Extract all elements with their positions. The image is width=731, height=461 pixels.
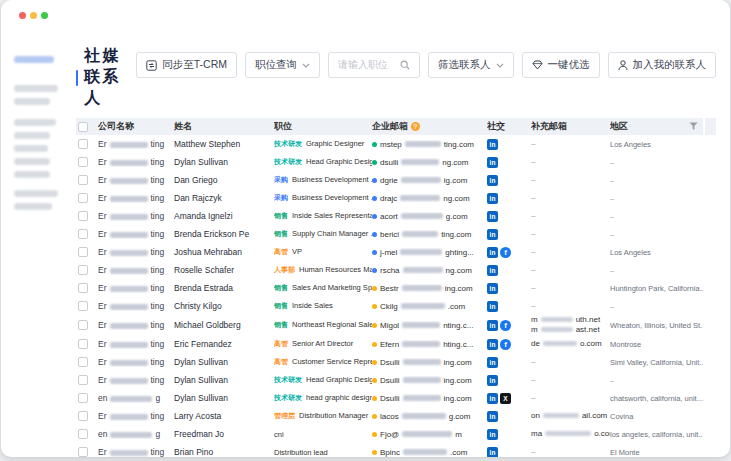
close-window-button[interactable]: [19, 12, 26, 19]
filter-contacts-select[interactable]: 筛选联系人: [428, 52, 514, 78]
position-query-select[interactable]: 职位查询: [245, 52, 320, 78]
row-checkbox[interactable]: [78, 211, 88, 221]
checkbox-cell: [76, 153, 98, 171]
table-row: ErtingJoshua Mehraban高管VPj-melghting...i…: [76, 243, 716, 261]
company-cell: Erting: [98, 339, 174, 349]
email-cell: rschang.com: [372, 266, 487, 275]
row-checkbox[interactable]: [78, 157, 88, 167]
select-all-checkbox[interactable]: [78, 122, 88, 132]
linkedin-icon[interactable]: in: [487, 211, 498, 222]
position-search-input[interactable]: 请输入职位: [328, 52, 420, 78]
sidebar-item[interactable]: [14, 158, 50, 165]
help-icon[interactable]: ?: [411, 122, 420, 131]
supp-email: mao.com: [531, 429, 610, 439]
sync-button-label: 同步至T-CRM: [162, 58, 227, 72]
supp-email: deo.com: [531, 339, 610, 349]
add-to-my-contacts-button[interactable]: 加入我的联系人: [608, 52, 717, 78]
row-checkbox[interactable]: [78, 301, 88, 311]
blurred-text: [110, 323, 148, 329]
linkedin-icon[interactable]: in: [487, 339, 498, 350]
linkedin-icon[interactable]: in: [487, 139, 498, 150]
position-tag: 管理层: [274, 412, 295, 419]
facebook-icon[interactable]: f: [500, 320, 511, 331]
linkedin-icon[interactable]: in: [487, 320, 498, 331]
visible-suffix: ting: [151, 175, 165, 185]
email-cell: dgrieig.com: [372, 176, 487, 185]
visible-prefix: Er: [98, 375, 107, 385]
position-tag: 技术研发: [274, 140, 302, 147]
position-cell: 采购Business Development ...: [274, 193, 372, 203]
row-checkbox[interactable]: [78, 447, 88, 457]
sidebar-item[interactable]: [14, 119, 56, 126]
visible-prefix: acort: [380, 212, 398, 221]
sidebar-item[interactable]: [14, 56, 54, 63]
maximize-window-button[interactable]: [41, 12, 48, 19]
empty-value: –: [531, 247, 535, 256]
linkedin-icon[interactable]: in: [487, 429, 498, 440]
sidebar-item[interactable]: [14, 171, 50, 178]
linkedin-icon[interactable]: in: [487, 301, 498, 312]
row-checkbox[interactable]: [78, 283, 88, 293]
row-checkbox[interactable]: [78, 411, 88, 421]
linkedin-icon[interactable]: in: [487, 157, 498, 168]
region-cell: Los Angeles: [610, 248, 703, 257]
linkedin-icon[interactable]: in: [487, 193, 498, 204]
search-icon[interactable]: [400, 60, 410, 70]
email-status-dot: [372, 178, 377, 183]
sidebar-item[interactable]: [14, 203, 52, 210]
chevron-down-icon: [302, 63, 310, 68]
contact-name: Dylan Sullivan: [174, 393, 274, 403]
linkedin-icon[interactable]: in: [487, 175, 498, 186]
row-checkbox[interactable]: [78, 265, 88, 275]
row-checkbox[interactable]: [78, 393, 88, 403]
linkedin-icon[interactable]: in: [487, 229, 498, 240]
visible-prefix: Er: [98, 211, 107, 221]
visible-prefix: Fjo@: [380, 430, 399, 439]
email: lacosg.com: [380, 412, 470, 421]
visible-prefix: Dsulli: [380, 358, 400, 367]
visible-suffix: o.com: [580, 339, 602, 348]
facebook-icon[interactable]: f: [500, 339, 511, 350]
visible-prefix: Er: [98, 357, 107, 367]
x-icon[interactable]: X: [500, 393, 511, 404]
social-cell: in: [487, 175, 531, 186]
row-checkbox[interactable]: [78, 175, 88, 185]
table-row: ErtingDylan Sullivan技术研发Head Graphic Des…: [76, 153, 716, 171]
minimize-window-button[interactable]: [30, 12, 37, 19]
visible-prefix: ma: [531, 429, 542, 438]
one-click-optimize-button[interactable]: 一键优选: [522, 52, 600, 78]
linkedin-icon[interactable]: in: [487, 283, 498, 294]
sync-to-tcrm-button[interactable]: 同步至T-CRM: [136, 52, 237, 78]
facebook-icon[interactable]: f: [500, 247, 511, 258]
row-checkbox[interactable]: [78, 320, 88, 330]
contact-name: Freedman Jo: [174, 429, 274, 439]
linkedin-icon[interactable]: in: [487, 411, 498, 422]
sidebar-item[interactable]: [14, 85, 58, 92]
email-cell: lacosg.com: [372, 412, 487, 421]
linkedin-icon[interactable]: in: [487, 447, 498, 458]
linkedin-icon[interactable]: in: [487, 265, 498, 276]
row-checkbox[interactable]: [78, 375, 88, 385]
sidebar-item[interactable]: [14, 190, 58, 197]
row-checkbox[interactable]: [78, 357, 88, 367]
blurred-text: [401, 303, 445, 309]
linkedin-icon[interactable]: in: [487, 393, 498, 404]
linkedin-icon[interactable]: in: [487, 357, 498, 368]
row-checkbox[interactable]: [78, 193, 88, 203]
email: dgrieig.com: [380, 176, 467, 185]
row-checkbox[interactable]: [78, 247, 88, 257]
linkedin-icon[interactable]: in: [487, 375, 498, 386]
linkedin-icon[interactable]: in: [487, 247, 498, 258]
row-checkbox[interactable]: [78, 429, 88, 439]
company-name: Erting: [98, 357, 164, 367]
row-checkbox[interactable]: [78, 139, 88, 149]
sidebar-item[interactable]: [14, 132, 50, 139]
blurred-text: [545, 431, 591, 436]
visible-suffix: ting.com: [444, 140, 474, 149]
position-cell: 销售Northeast Regional Sale...: [274, 320, 372, 330]
filter-funnel-icon[interactable]: [689, 122, 698, 131]
row-checkbox[interactable]: [78, 339, 88, 349]
row-checkbox[interactable]: [78, 229, 88, 239]
sidebar-item[interactable]: [14, 145, 48, 152]
sidebar-item[interactable]: [14, 98, 50, 105]
